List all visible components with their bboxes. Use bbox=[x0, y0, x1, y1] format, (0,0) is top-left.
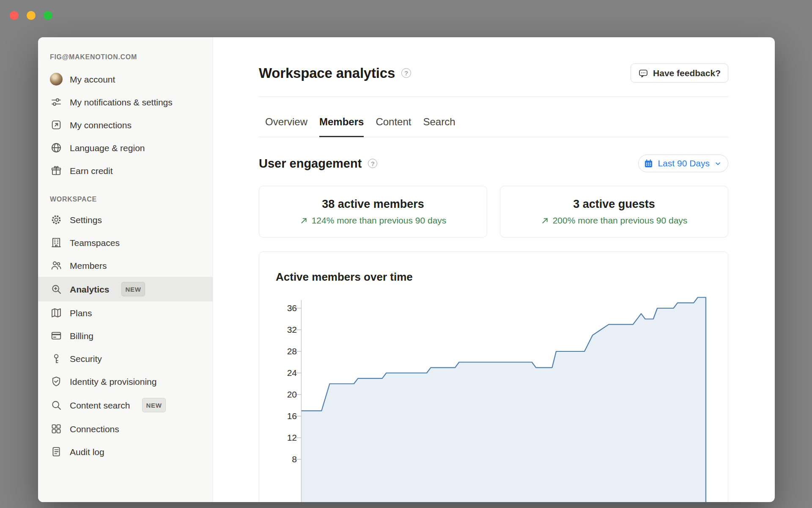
y-axis-tick-label: 36 bbox=[276, 303, 297, 314]
trend-up-icon bbox=[541, 217, 549, 225]
settings-sidebar: FIG@MAKENOTION.COM My accountMy notifica… bbox=[38, 37, 213, 502]
stat-value: 3 active guests bbox=[573, 198, 655, 211]
account-section: My accountMy notifications & settingsMy … bbox=[38, 68, 213, 182]
globe-icon bbox=[50, 141, 63, 154]
sidebar-item-content-search[interactable]: Content searchNEW bbox=[38, 393, 213, 417]
y-axis-tick-label: 32 bbox=[276, 324, 297, 335]
minimize-button[interactable] bbox=[27, 11, 36, 20]
stat-delta: 124% more than previous 90 days bbox=[300, 215, 447, 226]
y-axis-tick-label: 8 bbox=[276, 454, 297, 465]
settings-window: FIG@MAKENOTION.COM My accountMy notifica… bbox=[38, 37, 775, 502]
page-title: Workspace analytics bbox=[259, 65, 395, 81]
sidebar-item-label: Members bbox=[70, 260, 107, 271]
map-icon bbox=[50, 306, 63, 319]
tab-bar: OverviewMembersContentSearch bbox=[259, 97, 728, 137]
sidebar-item-billing[interactable]: Billing bbox=[38, 324, 213, 347]
sidebar-item-label: Audit log bbox=[70, 446, 104, 458]
stat-delta: 200% more than previous 90 days bbox=[541, 215, 688, 226]
stat-card: 38 active members124% more than previous… bbox=[259, 186, 487, 237]
stat-card: 3 active guests200% more than previous 9… bbox=[500, 186, 728, 237]
account-email: FIG@MAKENOTION.COM bbox=[38, 53, 213, 61]
gift-icon bbox=[50, 164, 63, 177]
sidebar-item-security[interactable]: Security bbox=[38, 347, 213, 370]
sidebar-item-connections[interactable]: Connections bbox=[38, 417, 213, 440]
key-icon bbox=[50, 352, 63, 365]
trend-up-icon bbox=[300, 217, 308, 225]
y-axis-tick-label: 12 bbox=[276, 432, 297, 443]
window-controls bbox=[10, 11, 52, 20]
feedback-bubble-icon bbox=[638, 68, 648, 78]
stat-delta-label: 124% more than previous 90 days bbox=[312, 215, 447, 226]
sidebar-item-label: Content search bbox=[70, 400, 130, 411]
sidebar-item-label: Settings bbox=[70, 214, 102, 226]
zoom-button[interactable] bbox=[44, 11, 52, 20]
sidebar-item-label: Connections bbox=[70, 423, 119, 435]
workspace-section: SettingsTeamspacesMembersAnalyticsNEWPla… bbox=[38, 208, 213, 463]
magnifier-plus-icon bbox=[50, 283, 63, 295]
sidebar-item-my-notifications-settings[interactable]: My notifications & settings bbox=[38, 91, 213, 113]
chart-title: Active members over time bbox=[276, 271, 712, 284]
tab-search[interactable]: Search bbox=[423, 116, 455, 137]
sidebar-item-my-account[interactable]: My account bbox=[38, 68, 213, 91]
y-axis-tick-label: 20 bbox=[276, 389, 297, 400]
people-icon bbox=[50, 259, 63, 272]
avatar bbox=[50, 73, 63, 86]
magnifier-icon bbox=[50, 399, 63, 411]
stat-delta-label: 200% more than previous 90 days bbox=[553, 215, 688, 226]
sidebar-item-my-connections[interactable]: My connections bbox=[38, 113, 213, 136]
analytics-main: Workspace analytics ? Have feedback? Ove… bbox=[213, 37, 775, 502]
active-members-chart: 812162024283236 bbox=[276, 293, 712, 502]
sidebar-item-label: Plans bbox=[70, 307, 92, 319]
chart-card: Active members over time 812162024283236 bbox=[259, 251, 728, 502]
stat-value: 38 active members bbox=[322, 198, 424, 211]
feedback-button-label: Have feedback? bbox=[653, 68, 721, 78]
arrow-box-icon bbox=[50, 119, 63, 131]
sidebar-item-plans[interactable]: Plans bbox=[38, 301, 213, 324]
stat-cards: 38 active members124% more than previous… bbox=[259, 186, 728, 237]
sidebar-item-label: My account bbox=[70, 74, 115, 85]
sidebar-item-settings[interactable]: Settings bbox=[38, 208, 213, 231]
sidebar-item-teamspaces[interactable]: Teamspaces bbox=[38, 231, 213, 254]
sidebar-item-label: My notifications & settings bbox=[70, 97, 173, 108]
y-axis-tick-label: 16 bbox=[276, 411, 297, 422]
chevron-down-icon bbox=[714, 160, 722, 168]
workspace-heading: WORKSPACE bbox=[38, 196, 213, 203]
tab-content[interactable]: Content bbox=[376, 116, 411, 137]
sliders-icon bbox=[50, 96, 63, 108]
date-range-button[interactable]: Last 90 Days bbox=[638, 155, 728, 172]
sidebar-item-label: Identity & provisioning bbox=[70, 376, 156, 387]
page-header: Workspace analytics ? Have feedback? bbox=[259, 64, 728, 83]
sidebar-item-label: Teamspaces bbox=[70, 237, 120, 248]
y-axis-tick-label: 28 bbox=[276, 346, 297, 357]
tab-members[interactable]: Members bbox=[319, 116, 364, 137]
sidebar-item-label: Language & region bbox=[70, 142, 145, 154]
y-axis-tick-label: 24 bbox=[276, 367, 297, 378]
shield-check-icon bbox=[50, 375, 63, 388]
chart-canvas bbox=[294, 293, 713, 502]
help-icon[interactable]: ? bbox=[368, 159, 377, 168]
feedback-button[interactable]: Have feedback? bbox=[631, 64, 728, 83]
sidebar-item-language-region[interactable]: Language & region bbox=[38, 136, 213, 159]
chart-area bbox=[302, 298, 706, 502]
help-icon[interactable]: ? bbox=[401, 68, 411, 78]
sidebar-item-identity-provisioning[interactable]: Identity & provisioning bbox=[38, 370, 213, 393]
sidebar-item-audit-log[interactable]: Audit log bbox=[38, 440, 213, 463]
sidebar-item-analytics[interactable]: AnalyticsNEW bbox=[38, 277, 213, 301]
sidebar-item-label: Security bbox=[70, 353, 102, 364]
tab-overview[interactable]: Overview bbox=[265, 116, 307, 137]
new-badge: NEW bbox=[121, 282, 145, 296]
close-button[interactable] bbox=[10, 11, 19, 20]
credit-card-icon bbox=[50, 329, 63, 342]
sidebar-item-earn-credit[interactable]: Earn credit bbox=[38, 159, 213, 182]
sidebar-item-label: My connections bbox=[70, 119, 132, 131]
calendar-icon bbox=[644, 159, 653, 168]
sidebar-item-members[interactable]: Members bbox=[38, 254, 213, 277]
engagement-header: User engagement ? bbox=[259, 154, 728, 173]
scroll-icon bbox=[50, 445, 63, 458]
date-range-label: Last 90 Days bbox=[658, 158, 710, 168]
sidebar-item-label: Analytics bbox=[70, 284, 109, 295]
section-title: User engagement bbox=[259, 157, 362, 171]
building-icon bbox=[50, 236, 63, 249]
sidebar-item-label: Earn credit bbox=[70, 165, 113, 177]
gear-icon bbox=[50, 213, 63, 226]
